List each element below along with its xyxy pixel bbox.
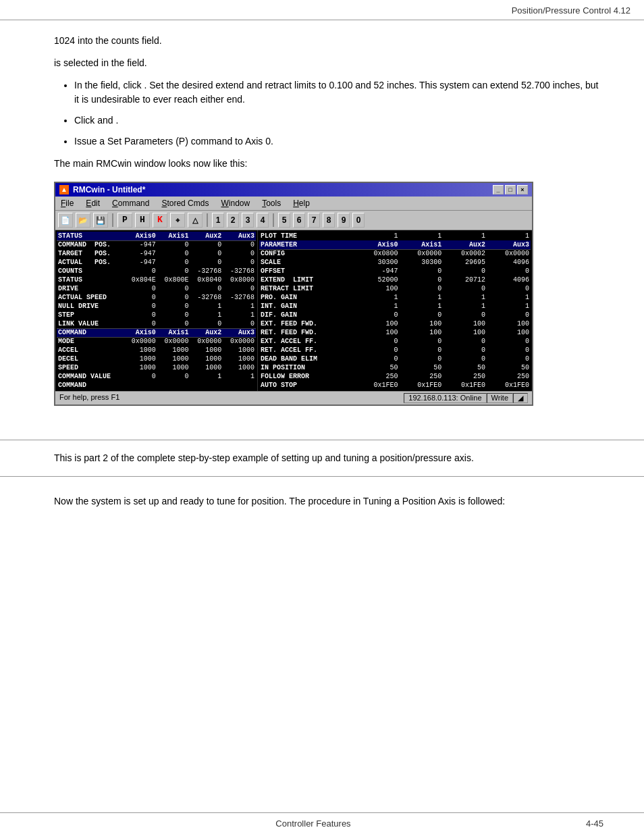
table-row: STEP 0 0 1 1	[57, 311, 256, 319]
table-row: STATUS 0x804E 0x800E 0x8040 0x8000	[57, 276, 256, 284]
para1: 1024 into the counts field.	[54, 34, 603, 48]
menu-tools[interactable]: Tools	[259, 198, 284, 209]
table-row: NULL DRIVE 0 0 1 1	[57, 302, 256, 311]
table-row: COMMAND	[57, 381, 256, 390]
toolbar-btn-4[interactable]: 4	[257, 213, 269, 228]
table-row: CONFIG 0x0800 0x0000 0x0002 0x0000	[259, 249, 531, 258]
statusbar-mode: Write	[487, 393, 513, 403]
table-row: RET. FEED FWD. 100 100 100 100	[259, 328, 531, 337]
table-row: INT. GAIN 1 1 1 1	[259, 302, 531, 311]
footer-center: Controller Features	[275, 818, 350, 829]
rmcwin-icon: ▲	[59, 185, 69, 194]
table-row: ACCEL 1000 1000 1000 1000	[57, 346, 256, 355]
rmcwin-titlebar: ▲ RMCwin - Untitled* _ □ ×	[55, 183, 532, 197]
table-row: DIF. GAIN 0 0 0 0	[259, 311, 531, 319]
bottom-note: This is part 2 of the complete step-by-s…	[0, 440, 644, 477]
rmcwin-right-panel: PLOT TIME 1 1 1 1 PARAMETER Axis0 Axis1 …	[258, 230, 532, 391]
toolbar-btn-0[interactable]: 0	[352, 213, 365, 228]
left-header-row: STATUS Axis0 Axis1 Aux2 Aux3	[57, 232, 256, 240]
table-row: DECEL 1000 1000 1000 1000	[57, 355, 256, 363]
table-row: OFFSET -947 0 0 0	[259, 267, 531, 276]
footer: Controller Features 4-45	[0, 812, 644, 834]
menu-help[interactable]: Help	[290, 198, 313, 209]
window-controls[interactable]: _ □ ×	[493, 185, 528, 194]
bottom-note-text: This is part 2 of the complete step-by-s…	[54, 451, 590, 465]
table-row: COUNTS 0 0 -32768 -32768	[57, 267, 256, 276]
table-row: ACTUAL POS. -947 0 0 0	[57, 258, 256, 267]
table-row: TARGET POS. -947 0 0 0	[57, 249, 256, 258]
menu-stored-cmds[interactable]: Stored Cmds	[159, 198, 211, 209]
rmcwin-left-panel: STATUS Axis0 Axis1 Aux2 Aux3 COMMAND POS…	[55, 230, 258, 391]
toolbar-sep-3	[273, 213, 274, 227]
para3: The main RMCwin window looks now like th…	[54, 157, 603, 171]
toolbar-btn-triangle[interactable]: △	[188, 213, 203, 228]
footer-right: 4-45	[586, 818, 603, 829]
table-row: PRO. GAIN 1 1 1 1	[259, 293, 531, 302]
bottom-content-text: Now the system is set up and ready to tu…	[54, 494, 590, 509]
lch-axis0: Axis0	[124, 328, 157, 337]
table-row: IN POSITION 50 50 50 50	[259, 363, 531, 372]
bullet-item-3: Issue a Set Parameters (P) command to Ax…	[74, 134, 603, 149]
lh-status: STATUS	[57, 232, 124, 240]
statusbar-resize-icon: ◢	[513, 393, 528, 403]
rmcwin-window: ▲ RMCwin - Untitled* _ □ × File Edit Com…	[54, 182, 533, 406]
table-row: SCALE 30300 30300 29695 4096	[259, 258, 531, 267]
para2: is selected in the field.	[54, 56, 603, 70]
toolbar-btn-5[interactable]: 5	[278, 213, 290, 228]
lh-aux3: Aux3	[223, 232, 256, 240]
table-row: SPEED 1000 1000 1000 1000	[57, 363, 256, 372]
statusbar-right: 192.168.0.113: Online Write ◢	[404, 393, 528, 403]
toolbar-btn-h[interactable]: H	[135, 213, 150, 228]
plot-time-row: PLOT TIME 1 1 1 1	[259, 232, 531, 240]
statusbar-help: For help, press F1	[59, 393, 119, 403]
close-button[interactable]: ×	[517, 185, 528, 194]
table-row: COMMAND POS. -947 0 0 0	[57, 240, 256, 249]
table-row: EXTEND LIMIT 52000 0 20712 4096	[259, 276, 531, 284]
toolbar-btn-doc[interactable]: 📄	[58, 213, 73, 228]
lch-aux3: Aux3	[223, 328, 256, 337]
rmcwin-menubar: File Edit Command Stored Cmds Window Too…	[55, 197, 532, 211]
toolbar-btn-open[interactable]: 📂	[76, 213, 90, 228]
bottom-content: Now the system is set up and ready to tu…	[0, 484, 644, 519]
toolbar-btn-8[interactable]: 8	[323, 213, 335, 228]
titlebar-left: ▲ RMCwin - Untitled*	[59, 185, 145, 194]
toolbar-btn-p[interactable]: P	[117, 213, 132, 228]
bullet-item-2: Click and .	[74, 113, 603, 128]
minimize-button[interactable]: _	[493, 185, 504, 194]
statusbar-ip: 192.168.0.113: Online	[404, 393, 486, 403]
table-row: MODE 0x0000 0x0000 0x0000 0x0000	[57, 337, 256, 346]
toolbar-btn-6[interactable]: 6	[293, 213, 305, 228]
toolbar-sep-1	[112, 213, 113, 227]
menu-file[interactable]: File	[58, 198, 76, 209]
toolbar-btn-3[interactable]: 3	[242, 213, 254, 228]
menu-window[interactable]: Window	[218, 198, 252, 209]
bullet-list: In the field, click . Set the desired ex…	[74, 78, 603, 149]
lch-aux2: Aux2	[190, 328, 223, 337]
rmcwin-body: STATUS Axis0 Axis1 Aux2 Aux3 COMMAND POS…	[55, 230, 532, 391]
toolbar-btn-save[interactable]: 💾	[93, 213, 108, 228]
menu-command[interactable]: Command	[109, 198, 152, 209]
maximize-button[interactable]: □	[505, 185, 516, 194]
toolbar-btn-1[interactable]: 1	[212, 213, 224, 228]
menu-edit[interactable]: Edit	[83, 198, 103, 209]
toolbar-btn-k[interactable]: K	[153, 213, 167, 228]
lh-axis1: Axis1	[157, 232, 190, 240]
right-param-table: PLOT TIME 1 1 1 1 PARAMETER Axis0 Axis1 …	[259, 232, 531, 390]
lch-axis1: Axis1	[157, 328, 190, 337]
toolbar-btn-7[interactable]: 7	[308, 213, 320, 228]
left-command-header-row: COMMAND Axis0 Axis1 Aux2 Aux3	[57, 328, 256, 337]
rmcwin-toolbar: 📄 📂 💾 P H K ⌖ △ 1 2 3 4 5 6 7 8 9	[55, 211, 532, 230]
bullet-item-1: In the field, click . Set the desired ex…	[74, 78, 603, 107]
rmcwin-statusbar: For help, press F1 192.168.0.113: Online…	[55, 391, 532, 405]
table-row: COMMAND VALUE 0 0 1 1	[57, 372, 256, 381]
toolbar-btn-2[interactable]: 2	[227, 213, 239, 228]
lh-aux2: Aux2	[190, 232, 223, 240]
toolbar-btn-9[interactable]: 9	[338, 213, 350, 228]
lh-axis0: Axis0	[124, 232, 157, 240]
main-content: 1024 into the counts field. is selected …	[0, 20, 644, 433]
table-row: EXT. FEED FWD. 100 100 100 100	[259, 319, 531, 328]
header-bar: Position/Pressure Control 4.12	[0, 0, 644, 20]
toolbar-btn-cursor[interactable]: ⌖	[170, 213, 185, 228]
header-title: Position/Pressure Control 4.12	[512, 5, 630, 16]
table-row: DEAD BAND ELIM 0 0 0 0	[259, 355, 531, 363]
